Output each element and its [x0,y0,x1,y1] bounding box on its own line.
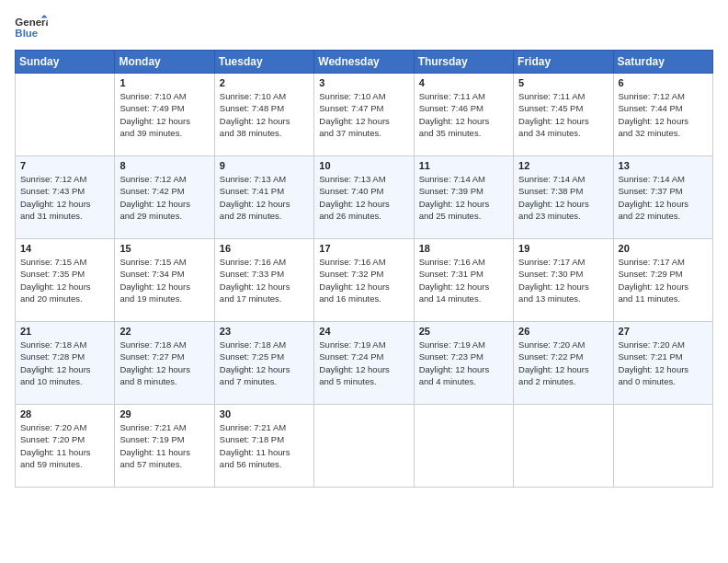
day-info: Sunrise: 7:18 AM Sunset: 7:25 PM Dayligh… [220,339,309,387]
calendar-week-3: 14Sunrise: 7:15 AM Sunset: 7:35 PM Dayli… [16,239,713,322]
day-number: 6 [619,77,708,88]
day-info: Sunrise: 7:16 AM Sunset: 7:31 PM Dayligh… [419,256,508,304]
day-info: Sunrise: 7:16 AM Sunset: 7:33 PM Dayligh… [220,256,309,304]
day-number: 1 [119,77,209,88]
day-number: 27 [619,326,708,337]
day-info: Sunrise: 7:13 AM Sunset: 7:40 PM Dayligh… [319,173,408,222]
day-info: Sunrise: 7:12 AM Sunset: 7:43 PM Dayligh… [20,173,109,222]
logo: General Blue [15,15,48,42]
day-info: Sunrise: 7:16 AM Sunset: 7:32 PM Dayligh… [319,256,408,304]
calendar-cell [514,405,613,488]
day-number: 10 [319,160,408,171]
day-number: 9 [220,160,309,171]
day-info: Sunrise: 7:13 AM Sunset: 7:41 PM Dayligh… [220,173,309,222]
day-number: 15 [119,243,209,254]
day-number: 7 [20,160,109,171]
day-info: Sunrise: 7:17 AM Sunset: 7:30 PM Dayligh… [518,256,608,304]
day-info: Sunrise: 7:10 AM Sunset: 7:49 PM Dayligh… [119,90,209,139]
calendar-cell: 11Sunrise: 7:14 AM Sunset: 7:39 PM Dayli… [414,156,513,239]
calendar-cell: 18Sunrise: 7:16 AM Sunset: 7:31 PM Dayli… [414,239,513,322]
day-number: 16 [220,243,309,254]
day-number: 19 [518,243,608,254]
day-number: 3 [319,77,408,88]
calendar-header: SundayMondayTuesdayWednesdayThursdayFrid… [16,51,713,74]
logo-icon: General Blue [15,15,48,42]
calendar-week-5: 28Sunrise: 7:20 AM Sunset: 7:20 PM Dayli… [16,405,713,488]
weekday-header-saturday: Saturday [613,51,712,74]
day-info: Sunrise: 7:19 AM Sunset: 7:23 PM Dayligh… [419,339,508,387]
day-number: 8 [119,160,209,171]
calendar-cell: 2Sunrise: 7:10 AM Sunset: 7:48 PM Daylig… [214,74,313,156]
day-number: 20 [619,243,708,254]
day-number: 18 [419,243,508,254]
weekday-header-sunday: Sunday [16,51,115,74]
day-number: 4 [419,77,508,88]
calendar-cell: 28Sunrise: 7:20 AM Sunset: 7:20 PM Dayli… [16,405,115,488]
day-info: Sunrise: 7:17 AM Sunset: 7:29 PM Dayligh… [619,256,708,304]
calendar-cell: 14Sunrise: 7:15 AM Sunset: 7:35 PM Dayli… [16,239,115,322]
day-number: 17 [319,243,408,254]
day-info: Sunrise: 7:20 AM Sunset: 7:20 PM Dayligh… [20,421,109,470]
calendar-cell: 24Sunrise: 7:19 AM Sunset: 7:24 PM Dayli… [314,322,414,405]
calendar-cell: 29Sunrise: 7:21 AM Sunset: 7:19 PM Dayli… [115,405,214,488]
calendar-cell: 9Sunrise: 7:13 AM Sunset: 7:41 PM Daylig… [214,156,313,239]
calendar-cell: 6Sunrise: 7:12 AM Sunset: 7:44 PM Daylig… [613,74,712,156]
calendar-cell: 12Sunrise: 7:14 AM Sunset: 7:38 PM Dayli… [514,156,613,239]
day-info: Sunrise: 7:12 AM Sunset: 7:44 PM Dayligh… [619,90,708,139]
day-number: 5 [518,77,608,88]
calendar-cell: 19Sunrise: 7:17 AM Sunset: 7:30 PM Dayli… [514,239,613,322]
calendar-cell: 4Sunrise: 7:11 AM Sunset: 7:46 PM Daylig… [414,74,513,156]
calendar-cell: 3Sunrise: 7:10 AM Sunset: 7:47 PM Daylig… [314,74,414,156]
day-info: Sunrise: 7:18 AM Sunset: 7:28 PM Dayligh… [20,339,109,387]
day-info: Sunrise: 7:20 AM Sunset: 7:21 PM Dayligh… [619,339,708,387]
svg-text:Blue: Blue [15,28,38,39]
day-number: 21 [20,326,109,337]
day-info: Sunrise: 7:12 AM Sunset: 7:42 PM Dayligh… [119,173,209,222]
weekday-header-monday: Monday [115,51,214,74]
calendar-cell [314,405,414,488]
calendar-cell: 16Sunrise: 7:16 AM Sunset: 7:33 PM Dayli… [214,239,313,322]
calendar-cell: 21Sunrise: 7:18 AM Sunset: 7:28 PM Dayli… [16,322,115,405]
calendar-cell: 27Sunrise: 7:20 AM Sunset: 7:21 PM Dayli… [613,322,712,405]
calendar-cell: 25Sunrise: 7:19 AM Sunset: 7:23 PM Dayli… [414,322,513,405]
calendar-cell: 10Sunrise: 7:13 AM Sunset: 7:40 PM Dayli… [314,156,414,239]
day-info: Sunrise: 7:20 AM Sunset: 7:22 PM Dayligh… [518,339,608,387]
calendar-cell: 1Sunrise: 7:10 AM Sunset: 7:49 PM Daylig… [115,74,214,156]
day-number: 28 [20,408,109,419]
day-number: 22 [119,326,209,337]
calendar-cell: 20Sunrise: 7:17 AM Sunset: 7:29 PM Dayli… [613,239,712,322]
day-number: 2 [220,77,309,88]
calendar-cell [16,74,115,156]
day-info: Sunrise: 7:14 AM Sunset: 7:39 PM Dayligh… [419,173,508,222]
day-number: 30 [220,408,309,419]
calendar-cell: 22Sunrise: 7:18 AM Sunset: 7:27 PM Dayli… [115,322,214,405]
day-number: 13 [619,160,708,171]
calendar-cell: 13Sunrise: 7:14 AM Sunset: 7:37 PM Dayli… [613,156,712,239]
day-number: 24 [319,326,408,337]
day-info: Sunrise: 7:14 AM Sunset: 7:38 PM Dayligh… [518,173,608,222]
day-number: 23 [220,326,309,337]
calendar-cell: 23Sunrise: 7:18 AM Sunset: 7:25 PM Dayli… [214,322,313,405]
calendar-cell: 5Sunrise: 7:11 AM Sunset: 7:45 PM Daylig… [514,74,613,156]
day-info: Sunrise: 7:11 AM Sunset: 7:45 PM Dayligh… [518,90,608,139]
calendar-cell: 7Sunrise: 7:12 AM Sunset: 7:43 PM Daylig… [16,156,115,239]
day-info: Sunrise: 7:15 AM Sunset: 7:34 PM Dayligh… [119,256,209,304]
day-number: 29 [119,408,209,419]
day-number: 25 [419,326,508,337]
day-number: 26 [518,326,608,337]
day-info: Sunrise: 7:21 AM Sunset: 7:18 PM Dayligh… [220,421,309,470]
calendar-cell: 30Sunrise: 7:21 AM Sunset: 7:18 PM Dayli… [214,405,313,488]
day-info: Sunrise: 7:10 AM Sunset: 7:47 PM Dayligh… [319,90,408,139]
weekday-header-tuesday: Tuesday [214,51,313,74]
weekday-header-thursday: Thursday [414,51,513,74]
day-info: Sunrise: 7:11 AM Sunset: 7:46 PM Dayligh… [419,90,508,139]
calendar-table: SundayMondayTuesdayWednesdayThursdayFrid… [15,50,713,488]
weekday-header-wednesday: Wednesday [314,51,414,74]
header: General Blue [15,15,713,42]
day-info: Sunrise: 7:10 AM Sunset: 7:48 PM Dayligh… [220,90,309,139]
calendar-week-2: 7Sunrise: 7:12 AM Sunset: 7:43 PM Daylig… [16,156,713,239]
day-number: 14 [20,243,109,254]
day-info: Sunrise: 7:18 AM Sunset: 7:27 PM Dayligh… [119,339,209,387]
calendar-week-4: 21Sunrise: 7:18 AM Sunset: 7:28 PM Dayli… [16,322,713,405]
weekday-header-friday: Friday [514,51,613,74]
